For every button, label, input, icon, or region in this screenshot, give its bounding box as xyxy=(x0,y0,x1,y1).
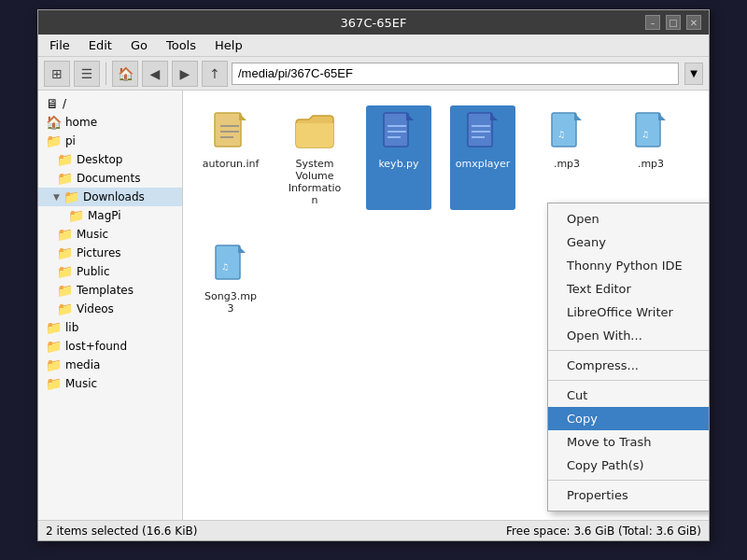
content-area: 🖥 / 🏠 home 📁 pi 📁 Desktop 📁 Documents ▼ xyxy=(38,91,709,520)
file-item-sysvolinfo[interactable]: System Volume Information xyxy=(282,105,347,210)
titlebar: 367C-65EF – □ ✕ xyxy=(38,10,709,35)
sidebar-item-public[interactable]: 📁 Public xyxy=(38,262,182,281)
menu-help[interactable]: Help xyxy=(207,36,250,54)
sidebar-item-desktop[interactable]: 📁 Desktop xyxy=(38,150,182,169)
media-folder-icon: 📁 xyxy=(46,357,62,372)
sidebar-item-label-music: Music xyxy=(77,228,108,241)
sidebar-item-videos[interactable]: 📁 Videos xyxy=(38,300,182,318)
file-label-omxplayer: omxplayer xyxy=(456,158,511,170)
ctx-properties[interactable]: Properties xyxy=(548,483,709,507)
templates-folder-icon: 📁 xyxy=(57,283,73,298)
svg-rect-5 xyxy=(384,113,408,147)
ctx-movetrash[interactable]: Move to Trash xyxy=(548,430,709,454)
menu-edit[interactable]: Edit xyxy=(81,36,120,54)
sidebar-item-documents[interactable]: 📁 Documents xyxy=(38,169,182,188)
lib-folder-icon: 📁 xyxy=(46,320,62,335)
status-selection: 2 items selected (16.6 KiB) xyxy=(46,525,197,538)
musicroot-folder-icon: 📁 xyxy=(46,376,62,391)
file-label-autorun: autorun.inf xyxy=(203,158,260,170)
videos-folder-icon: 📁 xyxy=(57,301,73,316)
sidebar-item-home[interactable]: 🏠 home xyxy=(38,113,182,132)
sidebar-item-pi[interactable]: 📁 pi xyxy=(38,132,182,150)
window-controls: – □ ✕ xyxy=(645,15,701,30)
sidebar-item-templates[interactable]: 📁 Templates xyxy=(38,281,182,300)
file-icon-mp3-2: ♫ xyxy=(628,109,673,154)
pi-folder-icon: 📁 xyxy=(46,133,62,148)
ctx-compress[interactable]: Compress... xyxy=(548,354,709,377)
menu-go[interactable]: Go xyxy=(123,36,155,54)
root-icon: 🖥 xyxy=(46,96,59,111)
svg-rect-10 xyxy=(468,113,492,147)
sidebar-item-magpi[interactable]: 📁 MagPi xyxy=(38,206,182,225)
up-button[interactable]: ↑ xyxy=(202,61,228,87)
home-button[interactable]: 🏠 xyxy=(112,61,138,87)
sidebar-item-music[interactable]: 📁 Music xyxy=(38,225,182,244)
ctx-open[interactable]: Open xyxy=(548,207,709,231)
toolbar: ⊞ ☰ 🏠 ◀ ▶ ↑ ▼ xyxy=(38,57,709,91)
menu-file[interactable]: File xyxy=(42,36,78,54)
ctx-separator-2 xyxy=(548,380,709,381)
sidebar-item-label-downloads: Downloads xyxy=(83,190,145,203)
sidebar-item-label-pictures: Pictures xyxy=(77,246,121,259)
ctx-geany[interactable]: Geany xyxy=(548,231,709,254)
menu-tools[interactable]: Tools xyxy=(159,36,204,54)
address-dropdown-button[interactable]: ▼ xyxy=(684,63,703,85)
minimize-button[interactable]: – xyxy=(645,15,660,30)
sidebar-item-pictures[interactable]: 📁 Pictures xyxy=(38,244,182,262)
sidebar-item-label-documents: Documents xyxy=(77,172,140,185)
file-label-mp3-1: .mp3 xyxy=(554,158,580,170)
ctx-openwith[interactable]: Open With... xyxy=(548,324,709,347)
file-area: autorun.inf System Volume Information xyxy=(183,91,709,520)
sidebar-item-label-lostfound: lost+found xyxy=(65,340,127,353)
ctx-thonny[interactable]: Thonny Python IDE xyxy=(548,254,709,277)
music-folder-icon: 📁 xyxy=(57,227,73,242)
separator-1 xyxy=(106,63,106,85)
view-icon-list[interactable]: ☰ xyxy=(74,61,100,87)
sidebar: 🖥 / 🏠 home 📁 pi 📁 Desktop 📁 Documents ▼ xyxy=(38,91,183,520)
sidebar-item-label-pi: pi xyxy=(65,134,76,147)
sidebar-item-lostfound[interactable]: 📁 lost+found xyxy=(38,337,182,356)
file-icon-autorun xyxy=(208,109,253,154)
view-icon-grid[interactable]: ⊞ xyxy=(44,61,70,87)
sidebar-item-label-videos: Videos xyxy=(77,302,114,315)
address-input[interactable] xyxy=(232,63,679,85)
downloads-folder-icon: 📁 xyxy=(63,189,79,204)
sidebar-item-musicroot[interactable]: 📁 Music xyxy=(38,374,182,393)
file-item-omxplayer[interactable]: omxplayer xyxy=(450,105,515,210)
ctx-libreoffice[interactable]: LibreOffice Writer xyxy=(548,301,709,324)
sidebar-item-label-magpi: MagPi xyxy=(88,209,121,222)
pictures-folder-icon: 📁 xyxy=(57,245,73,260)
file-item-keybpy[interactable]: keyb.py xyxy=(366,105,431,210)
file-manager-window: 367C-65EF – □ ✕ File Edit Go Tools Help … xyxy=(37,9,710,541)
close-button[interactable]: ✕ xyxy=(686,15,701,30)
statusbar: 2 items selected (16.6 KiB) Free space: … xyxy=(38,520,709,540)
documents-folder-icon: 📁 xyxy=(57,171,73,186)
sidebar-item-label-templates: Templates xyxy=(77,284,134,297)
file-icon-mp3-1: ♫ xyxy=(544,109,589,154)
svg-text:♫: ♫ xyxy=(221,262,229,272)
context-menu: Open Geany Thonny Python IDE Text Editor… xyxy=(547,203,709,511)
file-item-mp3-1[interactable]: ♫ .mp3 xyxy=(534,105,599,210)
sidebar-item-label-root: / xyxy=(63,97,66,110)
forward-button[interactable]: ▶ xyxy=(172,61,198,87)
file-icon-song3: ♫ xyxy=(208,242,253,287)
sidebar-item-root[interactable]: 🖥 / xyxy=(38,94,182,113)
sidebar-item-label-lib: lib xyxy=(65,321,78,334)
file-item-autorun[interactable]: autorun.inf xyxy=(198,105,263,210)
ctx-copypath[interactable]: Copy Path(s) xyxy=(548,454,709,477)
file-item-song3[interactable]: ♫ Song3.mp3 xyxy=(198,238,263,318)
sidebar-item-label-desktop: Desktop xyxy=(77,153,123,166)
sidebar-item-lib[interactable]: 📁 lib xyxy=(38,318,182,337)
addressbar: ▼ xyxy=(232,63,703,85)
sidebar-item-label-media: media xyxy=(65,358,100,371)
maximize-button[interactable]: □ xyxy=(666,15,681,30)
ctx-copy[interactable]: Copy xyxy=(548,407,709,430)
sidebar-item-downloads[interactable]: ▼ 📁 Downloads xyxy=(38,188,182,206)
back-button[interactable]: ◀ xyxy=(142,61,168,87)
file-item-mp3-2[interactable]: ♫ .mp3 xyxy=(618,105,684,210)
ctx-cut[interactable]: Cut xyxy=(548,384,709,407)
public-folder-icon: 📁 xyxy=(57,264,73,279)
ctx-texteditor[interactable]: Text Editor xyxy=(548,277,709,301)
magpi-folder-icon: 📁 xyxy=(68,208,84,223)
sidebar-item-media[interactable]: 📁 media xyxy=(38,356,182,374)
